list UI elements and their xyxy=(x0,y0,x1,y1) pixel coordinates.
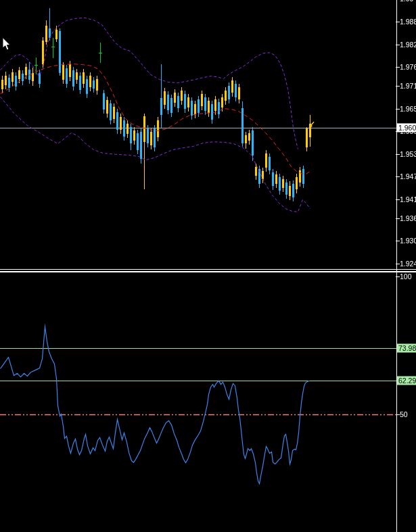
mouse-cursor-icon xyxy=(2,37,11,51)
price-axis-tick-label: 1.988 xyxy=(400,18,416,26)
oscillator-level-badge-6229: 62.29 xyxy=(397,376,416,385)
price-and-oscillator-chart-canvas[interactable] xyxy=(0,0,416,532)
price-axis-tick-label: 1.924 xyxy=(400,260,416,268)
price-axis-tick-label: 1.941 xyxy=(400,195,416,203)
price-axis-tick-label: 1.971 xyxy=(400,82,416,90)
price-axis-tick-label: 1.953 xyxy=(400,150,416,158)
oscillator-axis-label-100: 100 xyxy=(400,272,412,281)
oscillator-level-badge-7398: 73.98 xyxy=(397,344,416,353)
trading-chart-window: 1.9941.9881.9821.9761.9711.9651.9591.953… xyxy=(0,0,416,532)
price-axis-tick-label: 1.947 xyxy=(400,172,416,180)
price-axis-tick-label: 1.976 xyxy=(400,63,416,71)
price-axis-tick-label: 1.936 xyxy=(400,214,416,222)
price-axis-tick-label: 1.930 xyxy=(400,237,416,245)
oscillator-axis-label-50: 50 xyxy=(400,410,408,418)
price-axis-tick-label: 1.965 xyxy=(400,105,416,113)
price-axis-tick-label: 1.994 xyxy=(400,0,416,3)
current-price-badge: 1.960 xyxy=(397,123,416,132)
price-axis-tick-label: 1.982 xyxy=(400,41,416,49)
